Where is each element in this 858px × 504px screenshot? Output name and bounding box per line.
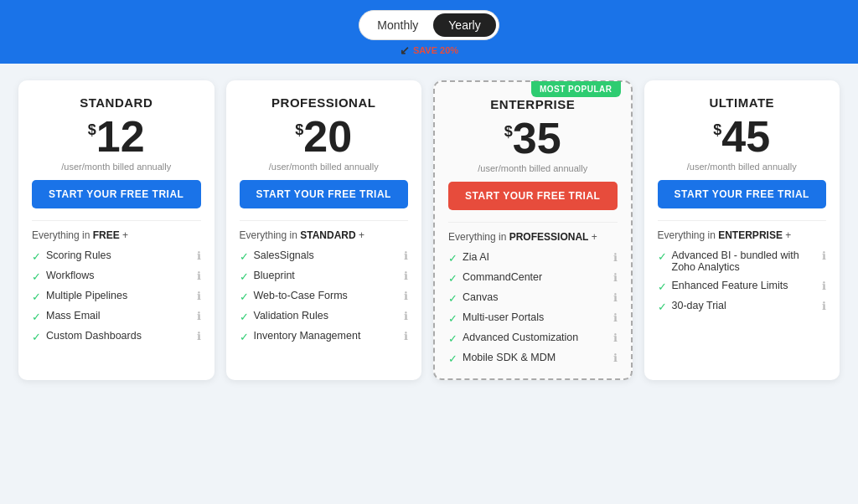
feature-list-professional: ✓ SalesSignals ℹ ✓ Blueprint ℹ ✓ Web-to-…: [240, 249, 409, 343]
feature-item: ✓ Mobile SDK & MDM ℹ: [448, 352, 618, 365]
top-bar: Monthly Yearly ↙ SAVE 20%: [0, 0, 858, 64]
save-badge: ↙ SAVE 20%: [400, 44, 458, 57]
divider-standard: [32, 220, 201, 221]
info-icon[interactable]: ℹ: [404, 249, 408, 262]
check-icon: ✓: [240, 270, 249, 283]
divider-enterprise: [448, 222, 618, 223]
feature-text: Inventory Management: [254, 330, 400, 342]
check-icon: ✓: [448, 272, 457, 285]
info-icon[interactable]: ℹ: [613, 352, 618, 364]
info-icon[interactable]: ℹ: [613, 291, 618, 304]
info-icon[interactable]: ℹ: [404, 290, 408, 302]
monthly-toggle[interactable]: Monthly: [362, 13, 433, 37]
feature-text: Web-to-Case Forms: [254, 290, 400, 301]
feature-item: ✓ SalesSignals ℹ: [240, 249, 409, 263]
info-icon[interactable]: ℹ: [404, 270, 408, 282]
info-icon[interactable]: ℹ: [197, 270, 201, 282]
check-icon: ✓: [448, 292, 457, 305]
info-icon[interactable]: ℹ: [613, 271, 618, 284]
feature-item: ✓ CommandCenter ℹ: [448, 271, 618, 285]
feature-item: ✓ Zia AI ℹ: [448, 251, 618, 265]
info-icon[interactable]: ℹ: [613, 332, 618, 344]
feature-text: Multiple Pipelines: [46, 290, 192, 301]
trial-btn-ultimate[interactable]: START YOUR FREE TRIAL: [658, 180, 827, 208]
billing-ultimate: /user/month billed annually: [658, 162, 827, 172]
feature-text: Advanced Customization: [463, 332, 608, 343]
plan-card-ultimate: ULTIMATE $ 45 /user/month billed annuall…: [644, 80, 840, 380]
everything-line-ultimate: Everything in ENTERPRISE +: [658, 229, 827, 241]
dollar-sign-professional: $: [295, 121, 303, 139]
feature-text: Mobile SDK & MDM: [463, 352, 608, 363]
feature-item: ✓ Canvas ℹ: [448, 291, 618, 305]
plan-price-standard: $ 12: [32, 115, 201, 158]
info-icon[interactable]: ℹ: [197, 290, 201, 302]
divider-professional: [240, 220, 409, 221]
feature-text: Scoring Rules: [46, 249, 192, 261]
check-icon: ✓: [32, 270, 41, 283]
plan-name-enterprise: ENTERPRISE: [448, 97, 618, 111]
feature-item: ✓ Multiple Pipelines ℹ: [32, 290, 201, 303]
info-icon[interactable]: ℹ: [822, 300, 826, 312]
plan-name-ultimate: ULTIMATE: [658, 95, 827, 110]
feature-text: 30-day Trial: [672, 300, 818, 311]
price-number-standard: 12: [96, 115, 145, 158]
feature-text: SalesSignals: [254, 249, 400, 261]
plan-card-professional: PROFESSIONAL $ 20 /user/month billed ann…: [226, 80, 422, 380]
check-icon: ✓: [448, 332, 457, 345]
plan-name-standard: STANDARD: [32, 95, 201, 110]
feature-item: ✓ Mass Email ℹ: [32, 310, 201, 323]
feature-item: ✓ Web-to-Case Forms ℹ: [240, 290, 409, 303]
everything-line-enterprise: Everything in PROFESSIONAL +: [448, 231, 618, 243]
info-icon[interactable]: ℹ: [197, 330, 201, 342]
info-icon[interactable]: ℹ: [822, 280, 826, 292]
check-icon: ✓: [32, 250, 41, 263]
most-popular-badge: MOST POPULAR: [531, 81, 621, 97]
divider-ultimate: [658, 220, 827, 221]
check-icon: ✓: [240, 331, 249, 343]
feature-item: ✓ Advanced Customization ℹ: [448, 332, 618, 345]
feature-item: ✓ Scoring Rules ℹ: [32, 249, 201, 263]
check-icon: ✓: [448, 312, 457, 325]
feature-item: ✓ Enhanced Feature Limits ℹ: [658, 280, 827, 293]
everything-line-standard: Everything in FREE +: [32, 229, 201, 241]
info-icon[interactable]: ℹ: [613, 311, 618, 324]
price-number-enterprise: 35: [513, 116, 561, 160]
feature-text: Canvas: [463, 291, 608, 303]
trial-btn-professional[interactable]: START YOUR FREE TRIAL: [240, 180, 409, 208]
trial-btn-standard[interactable]: START YOUR FREE TRIAL: [32, 180, 201, 208]
feature-text: Validation Rules: [254, 310, 400, 321]
feature-item: ✓ Multi-user Portals ℹ: [448, 311, 618, 325]
info-icon[interactable]: ℹ: [197, 310, 201, 322]
feature-list-ultimate: ✓ Advanced BI - bundled with Zoho Analyt…: [658, 249, 827, 313]
feature-text: Zia AI: [463, 251, 608, 263]
check-icon: ✓: [32, 291, 41, 303]
plan-price-enterprise: $ 35: [448, 116, 618, 160]
feature-text: Workflows: [46, 270, 192, 281]
plan-price-professional: $ 20: [240, 115, 409, 158]
yearly-toggle[interactable]: Yearly: [433, 13, 495, 37]
check-icon: ✓: [32, 311, 41, 323]
feature-item: ✓ 30-day Trial ℹ: [658, 300, 827, 313]
everything-line-professional: Everything in STANDARD +: [240, 229, 409, 241]
info-icon[interactable]: ℹ: [404, 310, 408, 322]
check-icon: ✓: [448, 352, 457, 365]
info-icon[interactable]: ℹ: [822, 249, 826, 262]
feature-text: Blueprint: [254, 270, 400, 281]
billing-professional: /user/month billed annually: [240, 162, 409, 172]
dollar-sign-ultimate: $: [713, 121, 721, 139]
feature-text: Custom Dashboards: [46, 330, 192, 342]
check-icon: ✓: [240, 291, 249, 303]
billing-standard: /user/month billed annually: [32, 162, 201, 172]
feature-list-enterprise: ✓ Zia AI ℹ ✓ CommandCenter ℹ ✓ Canvas ℹ …: [448, 251, 618, 365]
trial-btn-enterprise[interactable]: START YOUR FREE TRIAL: [448, 182, 618, 210]
feature-text: Enhanced Feature Limits: [672, 280, 818, 291]
info-icon[interactable]: ℹ: [197, 249, 201, 262]
billing-toggle[interactable]: Monthly Yearly: [359, 10, 499, 40]
info-icon[interactable]: ℹ: [613, 251, 618, 264]
feature-item: ✓ Validation Rules ℹ: [240, 310, 409, 323]
check-icon: ✓: [658, 280, 667, 293]
main-content: STANDARD $ 12 /user/month billed annuall…: [0, 64, 858, 504]
check-icon: ✓: [658, 301, 667, 313]
plan-card-enterprise: MOST POPULARENTERPRISE $ 35 /user/month …: [433, 80, 633, 380]
info-icon[interactable]: ℹ: [404, 330, 408, 342]
